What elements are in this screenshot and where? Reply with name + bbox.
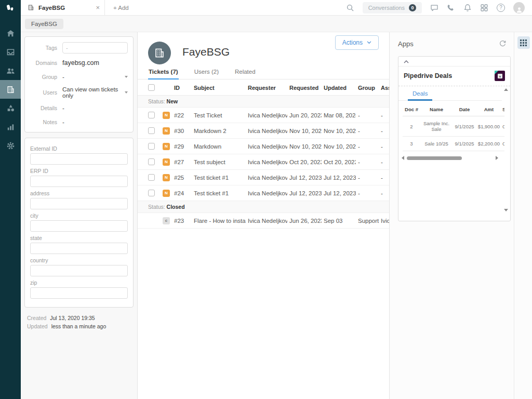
domains-value: fayebsg.com: [62, 59, 128, 66]
search-icon[interactable]: [346, 4, 354, 12]
scrollbar-thumb[interactable]: [407, 156, 462, 160]
ticket-row[interactable]: N#24Test ticket #1Ivica NedeljkovicJul 1…: [138, 185, 390, 201]
column-updated[interactable]: Updated: [322, 79, 356, 96]
column-requested[interactable]: Requested: [287, 79, 322, 96]
app-logo[interactable]: [0, 0, 21, 16]
widget-horizontal-scrollbar[interactable]: [402, 156, 498, 160]
add-tab-button[interactable]: + Add: [113, 5, 129, 11]
deal-amount: $1,900.00: [476, 116, 501, 137]
field-input[interactable]: [30, 176, 128, 187]
ticket-id: #23: [172, 213, 192, 229]
tab-users[interactable]: Users (2): [194, 65, 219, 79]
ticket-checkbox[interactable]: [148, 190, 155, 196]
scroll-right-icon[interactable]: [496, 156, 498, 160]
deal-row[interactable]: 3Sale 10/259/1/2025$2,200.00Cl: [403, 137, 504, 151]
ticket-subject: Test subject: [192, 154, 246, 170]
ticket-row[interactable]: N#25Test ticket #1Ivica NedeljkovicJul 1…: [138, 170, 390, 185]
ticket-group: -: [356, 139, 379, 154]
sidebar-item-organizations[interactable]: [0, 80, 21, 99]
field-label: zip: [30, 280, 128, 286]
ticket-state-cell: N: [157, 139, 172, 154]
ticket-checkbox[interactable]: [148, 127, 155, 134]
field-input[interactable]: [30, 265, 128, 276]
ticket-checkbox[interactable]: [148, 158, 155, 165]
ticket-requester: Ivica Nedeljkovic: [246, 154, 287, 170]
help-icon[interactable]: ?: [497, 4, 505, 12]
ticket-row[interactable]: N#22Test TicketIvica NedeljkovicJun 20, …: [138, 108, 390, 123]
objects-icon: [6, 104, 15, 113]
column-id[interactable]: ID: [172, 79, 192, 96]
column-group[interactable]: Group: [356, 79, 379, 96]
ticket-requester: Ivica Nedeljkovic: [246, 139, 287, 154]
ticket-assigned: -: [379, 123, 390, 139]
apps-grid-icon[interactable]: [480, 4, 488, 12]
widget-collapse-toggle[interactable]: [398, 57, 510, 66]
actions-button[interactable]: Actions: [335, 35, 379, 50]
users-access-select[interactable]: Users Can view own tickets only: [30, 86, 128, 99]
open-tab-fayebsg[interactable]: FayeBSG ×: [21, 0, 105, 16]
ticket-row[interactable]: c#23Flare - How to instal itIvica Nedelj…: [138, 213, 390, 229]
select-all-checkbox[interactable]: [148, 84, 155, 91]
ticket-subject: Flare - How to instal it: [192, 213, 246, 229]
ticket-checkbox[interactable]: [148, 143, 155, 150]
tags-input[interactable]: [62, 42, 128, 54]
ticket-state-cell: N: [157, 185, 172, 201]
ticket-subject: Test ticket #1: [192, 185, 246, 201]
org-meta: Created Jul 13, 2020 19:35 Updated less …: [21, 313, 137, 334]
ticket-requester: Ivica Nedeljkovic: [246, 108, 287, 123]
form-field-country: country: [30, 257, 128, 276]
field-input[interactable]: [30, 243, 128, 254]
field-input[interactable]: [30, 220, 128, 232]
field-input[interactable]: [30, 198, 128, 209]
group-select[interactable]: Group -: [30, 72, 128, 82]
sidebar-item-customers[interactable]: [0, 61, 21, 80]
ticket-row[interactable]: N#30Markdown 2Ivica NedeljkovicNov 10, 2…: [138, 123, 390, 139]
ticket-group-row: Status: Closed: [138, 201, 390, 213]
ticket-updated: Nov 10, 2023: [322, 139, 356, 154]
field-input[interactable]: [30, 287, 128, 299]
column-requester[interactable]: Requester: [246, 79, 287, 96]
scroll-down-icon[interactable]: [504, 209, 508, 211]
tab-tickets[interactable]: Tickets (7): [148, 65, 179, 79]
notifications-bell-icon[interactable]: [463, 4, 472, 12]
ticket-assigned: -: [379, 185, 390, 201]
ticket-row[interactable]: N#27Test subjectIvica NedeljkovicOct 20,…: [138, 154, 390, 170]
refresh-icon[interactable]: [499, 40, 507, 48]
pipedrive-app-glyph: s: [498, 74, 502, 78]
breadcrumb[interactable]: FayeBSG: [25, 19, 63, 29]
organization-avatar: [148, 42, 171, 64]
tab-deals[interactable]: Deals: [408, 89, 432, 101]
chat-icon[interactable]: [430, 4, 438, 12]
group-label: Group: [30, 74, 57, 80]
scroll-left-icon[interactable]: [402, 156, 404, 160]
phone-icon[interactable]: [447, 4, 455, 12]
ticket-checkbox[interactable]: [148, 174, 155, 181]
tab-close-icon[interactable]: ×: [96, 4, 100, 11]
form-field-zip: zip: [30, 280, 128, 299]
sidebar-item-objects[interactable]: [0, 99, 21, 117]
sidebar-item-settings[interactable]: [0, 136, 21, 155]
deal-date: 9/1/2025: [453, 137, 476, 151]
widget-vertical-scrollbar[interactable]: [503, 88, 509, 211]
settings-icon: [6, 141, 15, 150]
user-avatar[interactable]: [513, 2, 525, 14]
column-assigned[interactable]: Assigned: [379, 79, 390, 96]
deal-row[interactable]: 2Sample Inc. Sale9/1/2025$1,900.00C: [403, 116, 504, 137]
tab-related[interactable]: Related: [234, 65, 256, 79]
top-bar: FayeBSG × + Add Conversations 0 ?: [21, 0, 532, 16]
ticket-checkbox-cell: [138, 108, 157, 123]
field-input[interactable]: [30, 153, 128, 165]
ticket-row[interactable]: N#29MarkdownIvica NedeljkovicNov 10, 202…: [138, 139, 390, 154]
sidebar-item-home[interactable]: [0, 24, 21, 43]
column-subject[interactable]: Subject: [192, 79, 246, 96]
sidebar-item-overviews[interactable]: [0, 43, 21, 61]
ticket-checkbox[interactable]: [148, 112, 155, 118]
state-badge-new: N: [163, 127, 170, 135]
ticket-group: -: [356, 170, 379, 185]
deal-amount: $2,200.00: [476, 137, 501, 151]
ticket-state-cell: N: [157, 154, 172, 170]
conversations-button[interactable]: Conversations 0: [363, 2, 422, 14]
apps-sidebar-toggle[interactable]: [517, 36, 530, 49]
scroll-up-icon[interactable]: [504, 88, 508, 91]
sidebar-item-reports[interactable]: [0, 117, 21, 136]
